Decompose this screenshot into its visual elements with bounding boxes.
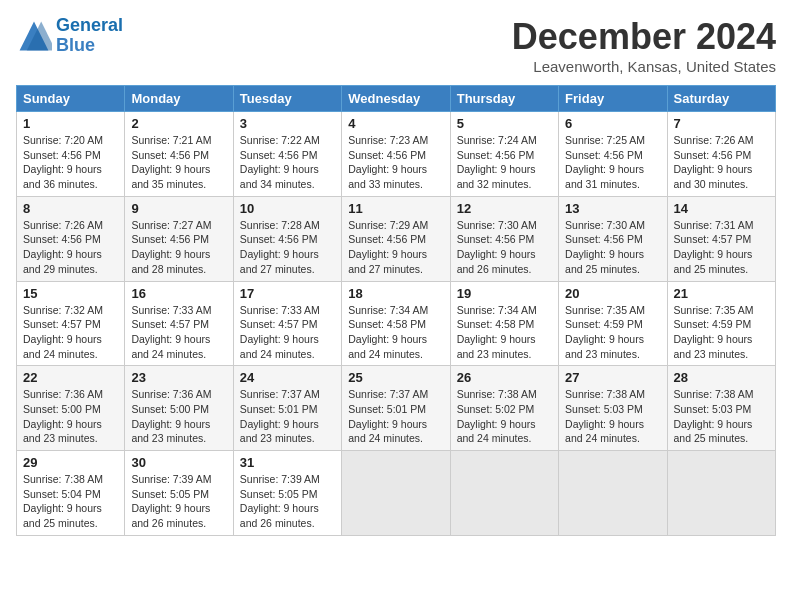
calendar-week-row: 8Sunrise: 7:26 AMSunset: 4:56 PMDaylight… bbox=[17, 196, 776, 281]
calendar-day-cell: 1Sunrise: 7:20 AMSunset: 4:56 PMDaylight… bbox=[17, 112, 125, 197]
logo-text: General Blue bbox=[56, 16, 123, 56]
day-number: 14 bbox=[674, 201, 769, 216]
day-info: Sunrise: 7:30 AMSunset: 4:56 PMDaylight:… bbox=[565, 218, 660, 277]
calendar-day-cell: 6Sunrise: 7:25 AMSunset: 4:56 PMDaylight… bbox=[559, 112, 667, 197]
logo: General Blue bbox=[16, 16, 123, 56]
calendar-day-cell bbox=[342, 451, 450, 536]
calendar-day-cell: 10Sunrise: 7:28 AMSunset: 4:56 PMDayligh… bbox=[233, 196, 341, 281]
day-number: 25 bbox=[348, 370, 443, 385]
calendar-day-cell: 9Sunrise: 7:27 AMSunset: 4:56 PMDaylight… bbox=[125, 196, 233, 281]
day-number: 3 bbox=[240, 116, 335, 131]
day-number: 20 bbox=[565, 286, 660, 301]
day-number: 15 bbox=[23, 286, 118, 301]
day-info: Sunrise: 7:37 AMSunset: 5:01 PMDaylight:… bbox=[240, 387, 335, 446]
calendar-week-row: 1Sunrise: 7:20 AMSunset: 4:56 PMDaylight… bbox=[17, 112, 776, 197]
day-info: Sunrise: 7:25 AMSunset: 4:56 PMDaylight:… bbox=[565, 133, 660, 192]
calendar-day-cell: 7Sunrise: 7:26 AMSunset: 4:56 PMDaylight… bbox=[667, 112, 775, 197]
calendar-day-cell: 30Sunrise: 7:39 AMSunset: 5:05 PMDayligh… bbox=[125, 451, 233, 536]
day-number: 13 bbox=[565, 201, 660, 216]
calendar-day-cell: 27Sunrise: 7:38 AMSunset: 5:03 PMDayligh… bbox=[559, 366, 667, 451]
day-number: 26 bbox=[457, 370, 552, 385]
calendar-day-cell: 26Sunrise: 7:38 AMSunset: 5:02 PMDayligh… bbox=[450, 366, 558, 451]
month-title: December 2024 bbox=[512, 16, 776, 58]
calendar-day-cell bbox=[559, 451, 667, 536]
day-number: 27 bbox=[565, 370, 660, 385]
calendar-day-cell: 13Sunrise: 7:30 AMSunset: 4:56 PMDayligh… bbox=[559, 196, 667, 281]
calendar-day-cell: 18Sunrise: 7:34 AMSunset: 4:58 PMDayligh… bbox=[342, 281, 450, 366]
calendar-day-cell: 24Sunrise: 7:37 AMSunset: 5:01 PMDayligh… bbox=[233, 366, 341, 451]
day-of-week-header: Friday bbox=[559, 86, 667, 112]
day-number: 6 bbox=[565, 116, 660, 131]
day-info: Sunrise: 7:26 AMSunset: 4:56 PMDaylight:… bbox=[674, 133, 769, 192]
calendar-day-cell: 15Sunrise: 7:32 AMSunset: 4:57 PMDayligh… bbox=[17, 281, 125, 366]
day-info: Sunrise: 7:23 AMSunset: 4:56 PMDaylight:… bbox=[348, 133, 443, 192]
day-info: Sunrise: 7:27 AMSunset: 4:56 PMDaylight:… bbox=[131, 218, 226, 277]
calendar-day-cell: 11Sunrise: 7:29 AMSunset: 4:56 PMDayligh… bbox=[342, 196, 450, 281]
day-info: Sunrise: 7:39 AMSunset: 5:05 PMDaylight:… bbox=[240, 472, 335, 531]
day-info: Sunrise: 7:34 AMSunset: 4:58 PMDaylight:… bbox=[457, 303, 552, 362]
day-number: 7 bbox=[674, 116, 769, 131]
day-number: 4 bbox=[348, 116, 443, 131]
calendar-day-cell: 16Sunrise: 7:33 AMSunset: 4:57 PMDayligh… bbox=[125, 281, 233, 366]
day-info: Sunrise: 7:30 AMSunset: 4:56 PMDaylight:… bbox=[457, 218, 552, 277]
day-number: 1 bbox=[23, 116, 118, 131]
calendar-day-cell: 21Sunrise: 7:35 AMSunset: 4:59 PMDayligh… bbox=[667, 281, 775, 366]
day-number: 10 bbox=[240, 201, 335, 216]
day-info: Sunrise: 7:33 AMSunset: 4:57 PMDaylight:… bbox=[240, 303, 335, 362]
day-info: Sunrise: 7:35 AMSunset: 4:59 PMDaylight:… bbox=[565, 303, 660, 362]
calendar-week-row: 29Sunrise: 7:38 AMSunset: 5:04 PMDayligh… bbox=[17, 451, 776, 536]
logo-line2: Blue bbox=[56, 35, 95, 55]
day-number: 2 bbox=[131, 116, 226, 131]
logo-icon bbox=[16, 18, 52, 54]
calendar-week-row: 15Sunrise: 7:32 AMSunset: 4:57 PMDayligh… bbox=[17, 281, 776, 366]
day-number: 31 bbox=[240, 455, 335, 470]
day-info: Sunrise: 7:20 AMSunset: 4:56 PMDaylight:… bbox=[23, 133, 118, 192]
location: Leavenworth, Kansas, United States bbox=[512, 58, 776, 75]
logo-line1: General bbox=[56, 15, 123, 35]
day-of-week-header: Wednesday bbox=[342, 86, 450, 112]
day-of-week-header: Thursday bbox=[450, 86, 558, 112]
day-of-week-header: Monday bbox=[125, 86, 233, 112]
day-info: Sunrise: 7:34 AMSunset: 4:58 PMDaylight:… bbox=[348, 303, 443, 362]
day-info: Sunrise: 7:32 AMSunset: 4:57 PMDaylight:… bbox=[23, 303, 118, 362]
calendar-day-cell bbox=[450, 451, 558, 536]
calendar-day-cell: 14Sunrise: 7:31 AMSunset: 4:57 PMDayligh… bbox=[667, 196, 775, 281]
day-info: Sunrise: 7:31 AMSunset: 4:57 PMDaylight:… bbox=[674, 218, 769, 277]
day-info: Sunrise: 7:22 AMSunset: 4:56 PMDaylight:… bbox=[240, 133, 335, 192]
day-of-week-header: Sunday bbox=[17, 86, 125, 112]
calendar-day-cell bbox=[667, 451, 775, 536]
calendar-day-cell: 17Sunrise: 7:33 AMSunset: 4:57 PMDayligh… bbox=[233, 281, 341, 366]
day-info: Sunrise: 7:37 AMSunset: 5:01 PMDaylight:… bbox=[348, 387, 443, 446]
calendar-day-cell: 23Sunrise: 7:36 AMSunset: 5:00 PMDayligh… bbox=[125, 366, 233, 451]
day-number: 12 bbox=[457, 201, 552, 216]
calendar-day-cell: 12Sunrise: 7:30 AMSunset: 4:56 PMDayligh… bbox=[450, 196, 558, 281]
day-number: 22 bbox=[23, 370, 118, 385]
day-number: 19 bbox=[457, 286, 552, 301]
calendar-day-cell: 25Sunrise: 7:37 AMSunset: 5:01 PMDayligh… bbox=[342, 366, 450, 451]
day-info: Sunrise: 7:33 AMSunset: 4:57 PMDaylight:… bbox=[131, 303, 226, 362]
day-info: Sunrise: 7:29 AMSunset: 4:56 PMDaylight:… bbox=[348, 218, 443, 277]
day-info: Sunrise: 7:21 AMSunset: 4:56 PMDaylight:… bbox=[131, 133, 226, 192]
day-of-week-header: Tuesday bbox=[233, 86, 341, 112]
calendar-day-cell: 19Sunrise: 7:34 AMSunset: 4:58 PMDayligh… bbox=[450, 281, 558, 366]
day-number: 24 bbox=[240, 370, 335, 385]
calendar-day-cell: 4Sunrise: 7:23 AMSunset: 4:56 PMDaylight… bbox=[342, 112, 450, 197]
day-number: 17 bbox=[240, 286, 335, 301]
day-info: Sunrise: 7:36 AMSunset: 5:00 PMDaylight:… bbox=[23, 387, 118, 446]
day-info: Sunrise: 7:35 AMSunset: 4:59 PMDaylight:… bbox=[674, 303, 769, 362]
day-number: 23 bbox=[131, 370, 226, 385]
calendar-day-cell: 3Sunrise: 7:22 AMSunset: 4:56 PMDaylight… bbox=[233, 112, 341, 197]
day-info: Sunrise: 7:38 AMSunset: 5:02 PMDaylight:… bbox=[457, 387, 552, 446]
day-number: 30 bbox=[131, 455, 226, 470]
calendar-header-row: SundayMondayTuesdayWednesdayThursdayFrid… bbox=[17, 86, 776, 112]
day-number: 9 bbox=[131, 201, 226, 216]
day-info: Sunrise: 7:28 AMSunset: 4:56 PMDaylight:… bbox=[240, 218, 335, 277]
calendar-day-cell: 2Sunrise: 7:21 AMSunset: 4:56 PMDaylight… bbox=[125, 112, 233, 197]
day-info: Sunrise: 7:39 AMSunset: 5:05 PMDaylight:… bbox=[131, 472, 226, 531]
day-number: 16 bbox=[131, 286, 226, 301]
title-block: December 2024 Leavenworth, Kansas, Unite… bbox=[512, 16, 776, 75]
day-number: 21 bbox=[674, 286, 769, 301]
day-info: Sunrise: 7:24 AMSunset: 4:56 PMDaylight:… bbox=[457, 133, 552, 192]
day-number: 29 bbox=[23, 455, 118, 470]
calendar-day-cell: 29Sunrise: 7:38 AMSunset: 5:04 PMDayligh… bbox=[17, 451, 125, 536]
